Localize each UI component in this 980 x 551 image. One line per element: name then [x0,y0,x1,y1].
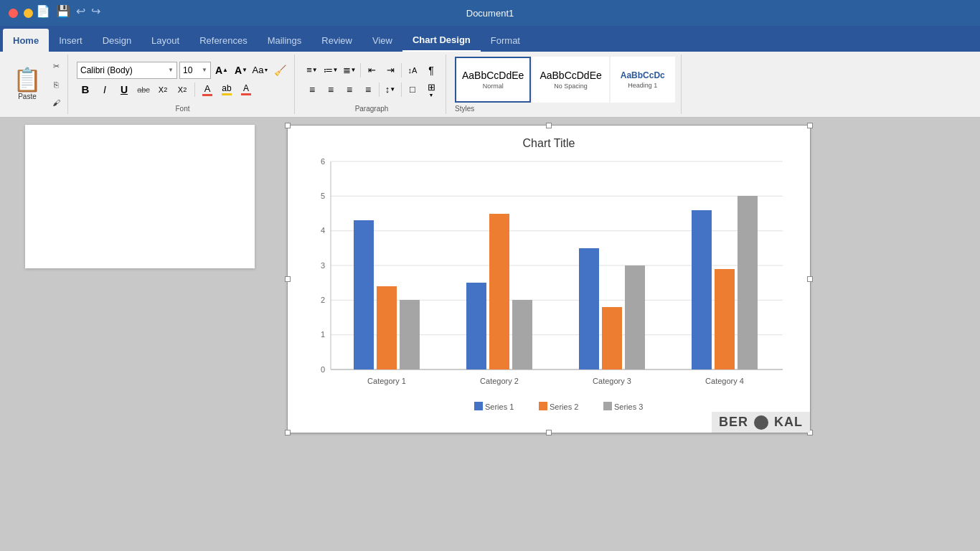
decrease-indent-button[interactable]: ⇤ [363,62,380,79]
bar-cat3-s1 [579,248,599,369]
font-size-dropdown[interactable]: 10 ▼ [179,62,211,79]
resize-handle-tl[interactable] [285,123,291,128]
redo-icon[interactable]: ↪ [91,4,100,18]
numbering-button[interactable]: ≔▼ [322,62,339,79]
document-area: Chart Title 6 5 4 3 [0,118,980,551]
tab-mailings[interactable]: Mailings [258,29,312,52]
align-right-button[interactable]: ≡ [341,81,358,98]
legend-label-s3: Series 3 [614,402,643,411]
para-row1: ≡▼ ≔▼ ≣▼ ⇤ ⇥ ↕A ¶ [303,62,440,79]
shading-button[interactable]: A [237,81,255,98]
multilevel-list-button[interactable]: ≣▼ [341,62,358,79]
tab-insert[interactable]: Insert [49,29,93,52]
shading-icon: A [243,83,249,93]
left-panel [0,118,280,551]
cat-label-4: Category 4 [705,377,744,385]
tab-layout[interactable]: Layout [141,29,189,52]
title-bar: 📄 💾 ↩ ↪ Document1 [0,0,980,26]
paste-label: Paste [18,93,37,100]
close-button[interactable] [9,9,18,18]
paragraph-group-label: Paragraph [355,105,389,113]
line-spacing-button[interactable]: ↕▼ [382,81,399,98]
ribbon: Home Insert Design Layout References Mai… [0,26,980,118]
clipboard-side: ✂ ⎘ 🖌 [47,56,65,113]
ribbon-content: 📋 Paste ✂ ⎘ 🖌 Calibri (Body) ▼ [0,52,980,118]
font-color-bar [202,94,212,96]
watermark-icon [754,415,768,430]
chart-container[interactable]: Chart Title 6 5 4 3 [287,125,811,433]
save-icon[interactable]: 💾 [56,4,70,18]
superscript-button[interactable]: X2 [174,81,191,98]
cut-button[interactable]: ✂ [49,59,63,75]
svg-text:0: 0 [321,365,325,374]
tab-view[interactable]: View [362,29,402,52]
font-group-label: Font [175,105,189,113]
legend-icon-s2 [539,402,547,410]
style-no-spacing[interactable]: AaBbCcDdEe No Spacing [532,57,608,103]
tab-review[interactable]: Review [311,29,362,52]
tab-chart-design[interactable]: Chart Design [402,29,481,52]
increase-indent-button[interactable]: ⇥ [382,62,399,79]
svg-text:6: 6 [321,157,325,166]
subscript-button[interactable]: X2 [154,81,171,98]
tab-references[interactable]: References [189,29,257,52]
copy-button[interactable]: ⎘ [49,77,63,93]
resize-handle-ml[interactable] [285,276,291,282]
tab-design[interactable]: Design [93,29,141,52]
justify-button[interactable]: ≡ [359,81,377,98]
resize-handle-bm[interactable] [546,430,552,435]
decrease-font-size-button[interactable]: A▼ [232,62,250,79]
show-marks-button[interactable]: ¶ [423,62,440,79]
style-normal-label: Normal [483,83,504,90]
resize-handle-tr[interactable] [807,123,813,128]
text-highlight-button[interactable]: ab [218,81,235,98]
highlight-bar [222,93,232,95]
paste-button[interactable]: 📋 Paste [9,56,46,113]
resize-handle-bl[interactable] [285,430,291,435]
chart-area: Chart Title 6 5 4 3 [280,118,980,551]
font-name-dropdown[interactable]: Calibri (Body) ▼ [77,62,177,79]
tab-home[interactable]: Home [3,29,49,52]
title-bar-toolbar: 📄 💾 ↩ ↪ [36,4,100,18]
align-center-button[interactable]: ≡ [322,81,339,98]
bold-button[interactable]: B [77,81,94,98]
format-painter-button[interactable]: 🖌 [49,95,63,110]
clear-formatting-button[interactable]: 🧹 [271,62,288,79]
bar-cat2-s1 [466,283,486,369]
style-heading1[interactable]: AaBbCcDc Heading 1 [611,57,675,103]
bullets-button[interactable]: ≡▼ [303,62,321,79]
style-heading1-label: Heading 1 [628,82,657,89]
undo-icon[interactable]: ↩ [76,4,85,18]
italic-button[interactable]: I [96,81,113,98]
increase-font-size-button[interactable]: A▲ [213,62,230,79]
sort-button[interactable]: ↕A [404,62,421,79]
svg-text:2: 2 [321,296,325,304]
change-case-button[interactable]: Aa▼ [252,62,269,79]
watermark: BER KAL [712,412,810,433]
font-color-icon: A [204,83,211,94]
font-group-content: Calibri (Body) ▼ 10 ▼ A▲ A▼ Aa▼ 🧹 B [77,56,288,103]
style-no-spacing-preview: AaBbCcDdEe [540,70,601,81]
style-no-spacing-label: No Spacing [554,83,588,90]
shading-para-button[interactable]: □ [404,81,421,98]
font-size-dropdown-arrow: ▼ [202,67,207,73]
minimize-button[interactable] [24,9,33,18]
tab-format[interactable]: Format [481,29,530,52]
font-color-button[interactable]: A [199,81,216,98]
bar-cat4-s4 [738,196,758,369]
underline-button[interactable]: U [116,81,133,98]
style-normal-preview: AaBbCcDdEe [462,70,524,81]
resize-handle-tm[interactable] [546,123,552,128]
resize-handle-mr[interactable] [807,276,813,282]
highlight-icon: ab [222,83,231,93]
strikethrough-button[interactable]: abc [135,81,152,98]
document-page[interactable] [25,125,255,268]
divider3 [379,83,380,97]
borders-button[interactable]: ⊞▼ [423,81,440,98]
style-heading1-preview: AaBbCcDc [621,70,665,80]
bar-cat3-s3 [625,265,645,369]
style-normal[interactable]: AaBbCcDdEe Normal [455,57,531,103]
svg-text:3: 3 [321,261,325,270]
legend-icon-s3 [603,402,612,410]
align-left-button[interactable]: ≡ [303,81,321,98]
